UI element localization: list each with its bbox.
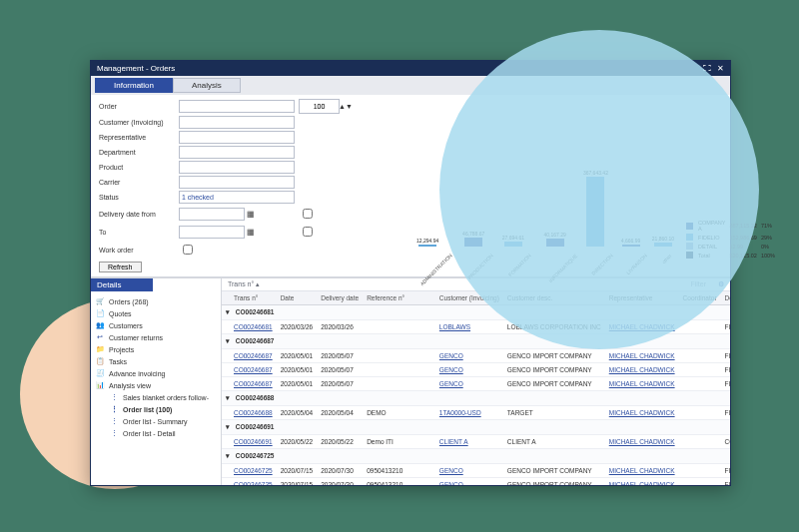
representative-link[interactable]: MICHAEL CHADWICK <box>605 435 679 449</box>
group-row[interactable]: ▾ CO00246688 <box>222 391 730 406</box>
sidebar: Details 🛒Orders (268)📄Quotes👥Customers↩C… <box>91 278 222 485</box>
trans-link[interactable]: CO00246691 <box>230 435 277 449</box>
tab-details[interactable]: Details <box>91 278 153 291</box>
workorder-checkbox[interactable] <box>183 245 193 255</box>
customer-link[interactable]: GENCO <box>435 464 503 478</box>
column-header[interactable]: Trans n° <box>230 291 277 305</box>
cell-reference <box>363 363 435 377</box>
column-header[interactable] <box>222 291 230 305</box>
chart-icon: 📊 <box>95 381 105 389</box>
delivery-from-label: Delivery date from <box>99 211 179 218</box>
customer-label: Customer (Invoicing) <box>99 119 179 126</box>
customer-link[interactable]: GENCO <box>435 363 503 377</box>
customer-input[interactable] <box>179 116 295 129</box>
representative-link[interactable]: MICHAEL CHADWICK <box>605 349 679 363</box>
cell-department: FIDELIO <box>721 377 730 391</box>
table-row[interactable]: CO00246687 2020/05/01 2020/05/07 GENCO G… <box>222 349 730 363</box>
product-input[interactable] <box>179 161 295 174</box>
sidebar-item-label: Customers <box>109 322 143 329</box>
column-header[interactable]: Date <box>277 291 318 305</box>
sidebar-item[interactable]: 📋Tasks <box>95 355 217 367</box>
customer-link[interactable]: GENCO <box>435 349 503 363</box>
table-row[interactable]: CO00246725 2020/07/15 2020/07/30 0950413… <box>222 478 730 486</box>
carrier-input[interactable] <box>179 176 295 189</box>
customer-link[interactable]: LOBLAWS <box>435 320 503 334</box>
delivery-from-checkbox[interactable] <box>303 209 313 219</box>
report-icon: ⋮ <box>109 393 119 401</box>
column-header[interactable]: Reference n° <box>363 291 435 305</box>
trans-link[interactable]: CO00246681 <box>230 320 277 334</box>
order-input[interactable] <box>179 100 295 113</box>
trans-link[interactable]: CO00246687 <box>230 363 277 377</box>
cell-department: COMPAN <box>721 435 730 449</box>
representative-link[interactable]: MICHAEL CHADWICK <box>605 377 679 391</box>
sidebar-item[interactable]: 🛒Orders (268) <box>95 295 217 307</box>
collapse-icon[interactable]: ▾ <box>226 452 234 460</box>
collapse-icon[interactable]: ▾ <box>226 394 234 402</box>
column-header[interactable]: Department <box>721 291 730 305</box>
trans-link[interactable]: CO00246688 <box>230 406 277 420</box>
tab-analysis[interactable]: Analysis <box>173 78 241 93</box>
cell-department: FIDELIO <box>721 363 730 377</box>
trans-link[interactable]: CO00246687 <box>230 377 277 391</box>
sidebar-item[interactable]: 🧾Advance invoicing <box>95 367 217 379</box>
cell-date: 2020/07/15 <box>277 464 318 478</box>
sidebar-subitem-label: Order list - Summary <box>123 418 188 425</box>
filter-fields: Order ▲▼ Customer (Invoicing) Representa… <box>99 99 379 272</box>
status-select[interactable] <box>179 191 295 204</box>
cell-coordinator <box>679 464 721 478</box>
representative-link[interactable]: MICHAEL CHADWICK <box>605 478 679 486</box>
sidebar-item[interactable]: 📊Analysis view <box>95 379 217 391</box>
refresh-button[interactable]: Refresh <box>99 262 142 272</box>
sidebar-subitem[interactable]: ⋮Order list - Detail <box>109 427 217 439</box>
cell-delivery: 2020/07/30 <box>317 464 363 478</box>
collapse-icon[interactable]: ▾ <box>226 423 234 431</box>
delivery-to-checkbox[interactable] <box>303 227 313 237</box>
department-input[interactable] <box>179 146 295 159</box>
sidebar-item[interactable]: ↩Customer returns <box>95 331 217 343</box>
tab-information[interactable]: Information <box>95 78 173 93</box>
table-row[interactable]: CO00246687 2020/05/01 2020/05/07 GENCO G… <box>222 363 730 377</box>
calendar-icon[interactable]: ▦ <box>247 228 255 237</box>
delivery-from-input[interactable] <box>179 208 245 221</box>
close-icon[interactable]: ✕ <box>717 64 724 73</box>
collapse-icon[interactable]: ▾ <box>226 308 234 316</box>
table-row[interactable]: CO00246691 2020/05/22 2020/05/22 Demo IT… <box>222 435 730 449</box>
cell-reference: 0950413210 <box>363 478 435 486</box>
column-header[interactable]: Delivery date <box>317 291 363 305</box>
sidebar-item[interactable]: 📁Projects <box>95 343 217 355</box>
cell-department: FIDELIO <box>721 478 730 486</box>
sidebar-item[interactable]: 👥Customers <box>95 319 217 331</box>
order-label: Order <box>99 103 179 110</box>
customer-link[interactable]: GENCO <box>435 478 503 486</box>
customer-link[interactable]: GENCO <box>435 377 503 391</box>
representative-link[interactable]: MICHAEL CHADWICK <box>605 406 679 420</box>
limit-stepper-icon[interactable]: ▲▼ <box>339 103 379 110</box>
trans-link[interactable]: CO00246725 <box>230 464 277 478</box>
trans-link[interactable]: CO00246687 <box>230 349 277 363</box>
representative-link[interactable]: MICHAEL CHADWICK <box>605 363 679 377</box>
sidebar-subitem[interactable]: ⋮Sales blanket orders follow- <box>109 391 217 403</box>
cell-delivery: 2020/05/07 <box>317 349 363 363</box>
table-row[interactable]: CO00246687 2020/05/01 2020/05/07 GENCO G… <box>222 377 730 391</box>
delivery-to-input[interactable] <box>179 226 245 239</box>
grid-sort-label[interactable]: Trans n° ▴ <box>228 280 260 288</box>
trans-link[interactable]: CO00246725 <box>230 478 277 486</box>
table-row[interactable]: CO00246725 2020/07/15 2020/07/30 0950413… <box>222 464 730 478</box>
calendar-icon[interactable]: ▦ <box>247 210 255 219</box>
representative-link[interactable]: MICHAEL CHADWICK <box>605 464 679 478</box>
customer-link[interactable]: CLIENT A <box>435 435 503 449</box>
cell-date: 2020/05/22 <box>277 435 318 449</box>
cell-delivery: 2020/05/04 <box>317 406 363 420</box>
sidebar-subitem[interactable]: ⋮Order list (100) <box>109 403 217 415</box>
customer-link[interactable]: 1TA0000-USD <box>435 406 503 420</box>
collapse-icon[interactable]: ▾ <box>226 337 234 345</box>
limit-input[interactable] <box>299 99 340 114</box>
group-row[interactable]: ▾ CO00246725 <box>222 449 730 464</box>
table-row[interactable]: CO00246688 2020/05/04 2020/05/04 DEMO 1T… <box>222 406 730 420</box>
group-row[interactable]: ▾ CO00246691 <box>222 420 730 435</box>
representative-input[interactable] <box>179 131 295 144</box>
department-label: Department <box>99 149 179 156</box>
sidebar-subitem[interactable]: ⋮Order list - Summary <box>109 415 217 427</box>
sidebar-item[interactable]: 📄Quotes <box>95 307 217 319</box>
